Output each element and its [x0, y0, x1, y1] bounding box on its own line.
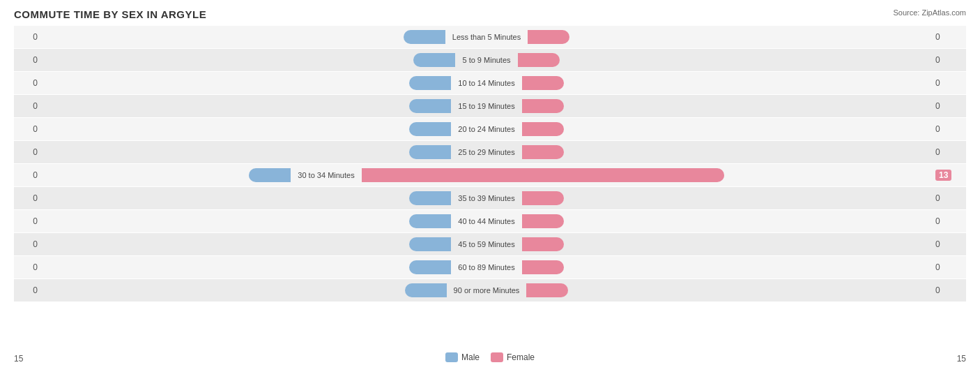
bottom-right-label: 15 — [957, 354, 966, 364]
legend-female-label: Female — [507, 352, 535, 362]
bar-group: 45 to 59 Minutes — [409, 237, 563, 251]
row-label: 30 to 34 Minutes — [292, 171, 360, 179]
bars-wrapper: 15 to 19 Minutes — [42, 95, 931, 117]
bar-group: Less than 5 Minutes — [404, 30, 569, 44]
female-bar — [518, 53, 560, 67]
bars-wrapper: 35 to 39 Minutes — [42, 187, 931, 209]
male-value: 0 — [14, 170, 42, 180]
row-label: 40 to 44 Minutes — [452, 217, 520, 225]
chart-row: 05 to 9 Minutes0 — [14, 49, 966, 71]
male-bar — [409, 122, 451, 136]
female-value: 0 — [931, 147, 966, 157]
female-value: 0 — [931, 285, 966, 295]
male-bar — [405, 283, 447, 297]
bottom-left-label: 15 — [14, 354, 23, 364]
female-bar — [526, 283, 568, 297]
male-bar — [409, 145, 451, 159]
male-value: 0 — [14, 239, 42, 249]
row-label: 10 to 14 Minutes — [452, 79, 520, 87]
male-value: 0 — [14, 147, 42, 157]
female-bar — [522, 191, 564, 205]
bars-wrapper: 5 to 9 Minutes — [42, 49, 931, 71]
bars-wrapper: Less than 5 Minutes — [42, 26, 931, 48]
chart-container: COMMUTE TIME BY SEX IN ARGYLE Source: Zi… — [0, 0, 980, 365]
source-label: Source: ZipAtlas.com — [893, 8, 966, 17]
chart-row: 090 or more Minutes0 — [14, 279, 966, 301]
bar-group: 15 to 19 Minutes — [409, 99, 563, 113]
bars-wrapper: 60 to 89 Minutes — [42, 256, 931, 278]
male-bar — [249, 168, 291, 182]
chart-row: 015 to 19 Minutes0 — [14, 95, 966, 117]
male-value: 0 — [14, 101, 42, 111]
female-value: 0 — [931, 101, 966, 111]
bars-wrapper: 40 to 44 Minutes — [42, 210, 931, 232]
female-value: 0 — [931, 239, 966, 249]
chart-row: 0Less than 5 Minutes0 — [14, 26, 966, 48]
female-color-box — [491, 352, 503, 362]
female-value: 0 — [931, 216, 966, 226]
male-value: 0 — [14, 216, 42, 226]
legend-female: Female — [491, 352, 535, 362]
bar-group: 5 to 9 Minutes — [413, 53, 559, 67]
legend-male-label: Male — [461, 352, 480, 362]
male-bar — [409, 237, 451, 251]
row-label: 45 to 59 Minutes — [452, 240, 520, 248]
male-bar — [409, 260, 451, 274]
chart-row: 020 to 24 Minutes0 — [14, 118, 966, 140]
female-value: 0 — [931, 193, 966, 203]
bars-wrapper: 20 to 24 Minutes — [42, 118, 931, 140]
row-label: 90 or more Minutes — [448, 286, 526, 295]
female-bar — [522, 122, 564, 136]
bottom-area: 15 Male Female 15 — [0, 354, 980, 364]
male-bar — [409, 191, 451, 205]
male-bar — [409, 214, 451, 228]
female-bar — [522, 260, 564, 274]
chart-row: 035 to 39 Minutes0 — [14, 187, 966, 209]
female-value: 0 — [931, 262, 966, 272]
female-bar — [522, 99, 564, 113]
male-bar — [413, 53, 455, 67]
female-value: 0 — [931, 124, 966, 134]
bars-wrapper: 45 to 59 Minutes — [42, 233, 931, 255]
bar-group: 25 to 29 Minutes — [409, 145, 563, 159]
female-bar — [522, 237, 564, 251]
female-bar — [528, 30, 569, 44]
chart-row: 060 to 89 Minutes0 — [14, 256, 966, 278]
bar-group: 90 or more Minutes — [405, 283, 569, 297]
male-value: 0 — [14, 78, 42, 88]
male-bar — [409, 76, 451, 90]
male-color-box — [445, 352, 458, 362]
chart-row: 025 to 29 Minutes0 — [14, 141, 966, 163]
bar-group: 30 to 34 Minutes — [249, 168, 723, 182]
row-label: 20 to 24 Minutes — [452, 125, 520, 133]
row-label: 5 to 9 Minutes — [457, 56, 516, 64]
legend-male: Male — [445, 352, 480, 362]
male-bar — [409, 99, 451, 113]
bar-group: 10 to 14 Minutes — [409, 76, 563, 90]
chart-row: 010 to 14 Minutes0 — [14, 72, 966, 94]
bar-group: 40 to 44 Minutes — [409, 214, 563, 228]
female-bar — [362, 168, 724, 182]
bar-group: 20 to 24 Minutes — [409, 122, 563, 136]
bars-wrapper: 30 to 34 Minutes — [42, 164, 931, 186]
female-bar — [522, 214, 564, 228]
male-bar — [404, 30, 445, 44]
bar-group: 60 to 89 Minutes — [409, 260, 563, 274]
row-label: 25 to 29 Minutes — [452, 148, 520, 156]
chart-title: COMMUTE TIME BY SEX IN ARGYLE — [14, 8, 966, 20]
male-value: 0 — [14, 32, 42, 42]
male-value: 0 — [14, 193, 42, 203]
male-value: 0 — [14, 262, 42, 272]
row-label: 35 to 39 Minutes — [452, 194, 520, 202]
female-value: 13 — [931, 170, 966, 180]
row-label: Less than 5 Minutes — [447, 33, 526, 41]
chart-area: 0Less than 5 Minutes005 to 9 Minutes0010… — [14, 26, 966, 320]
female-value: 0 — [931, 32, 966, 42]
row-label: 15 to 19 Minutes — [452, 102, 520, 110]
row-label: 60 to 89 Minutes — [452, 263, 520, 271]
male-value: 0 — [14, 55, 42, 65]
bar-group: 35 to 39 Minutes — [409, 191, 563, 205]
female-value: 0 — [931, 55, 966, 65]
chart-row: 045 to 59 Minutes0 — [14, 233, 966, 255]
bars-wrapper: 10 to 14 Minutes — [42, 72, 931, 94]
